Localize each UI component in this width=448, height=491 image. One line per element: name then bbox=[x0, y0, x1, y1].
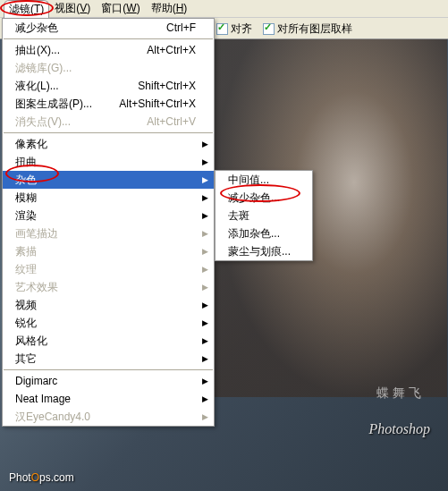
menu-filter[interactable]: 滤镜(T) bbox=[4, 0, 49, 18]
chevron-right-icon: ▶ bbox=[202, 336, 208, 345]
menu-item-last-filter[interactable]: 减少杂色Ctrl+F bbox=[3, 19, 214, 37]
chevron-right-icon: ▶ bbox=[202, 247, 208, 256]
menu-help[interactable]: 帮助(H) bbox=[146, 0, 193, 18]
chevron-right-icon: ▶ bbox=[202, 140, 208, 148]
chevron-right-icon: ▶ bbox=[202, 229, 208, 238]
filter-menu-dropdown: 减少杂色Ctrl+F 抽出(X)...Alt+Ctrl+X 滤镜库(G)... … bbox=[2, 18, 215, 427]
submenu-item-dust-scratches[interactable]: 蒙尘与划痕... bbox=[216, 242, 312, 260]
chevron-right-icon: ▶ bbox=[202, 394, 208, 403]
chevron-right-icon: ▶ bbox=[202, 412, 208, 421]
checkbox-icon bbox=[216, 23, 228, 35]
submenu-item-median[interactable]: 中间值... bbox=[216, 171, 312, 189]
chevron-right-icon: ▶ bbox=[202, 301, 208, 309]
menu-separator bbox=[4, 38, 213, 39]
menu-item-sharpen[interactable]: 锐化▶ bbox=[3, 314, 214, 332]
menu-item-brush-strokes: 画笔描边▶ bbox=[3, 224, 214, 242]
watermark-text: Photoshop bbox=[369, 421, 430, 437]
menu-item-stylize[interactable]: 风格化▶ bbox=[3, 332, 214, 350]
menu-item-vanishing-point: 消失点(V)...Alt+Ctrl+V bbox=[3, 113, 214, 131]
checkbox-icon bbox=[263, 23, 275, 35]
menu-item-blur[interactable]: 模糊▶ bbox=[3, 189, 214, 207]
menu-item-distort[interactable]: 扭曲▶ bbox=[3, 153, 214, 171]
submenu-item-add-noise[interactable]: 添加杂色... bbox=[216, 224, 312, 242]
chevron-right-icon: ▶ bbox=[202, 157, 208, 166]
checkbox-sample-all[interactable]: 对所有图层取样 bbox=[263, 21, 352, 37]
menu-item-video[interactable]: 视频▶ bbox=[3, 296, 214, 314]
chevron-right-icon: ▶ bbox=[202, 354, 208, 363]
chevron-right-icon: ▶ bbox=[202, 318, 208, 327]
menu-item-digimarc[interactable]: Digimarc▶ bbox=[3, 372, 214, 390]
chevron-right-icon: ▶ bbox=[202, 193, 208, 202]
menu-item-render[interactable]: 渲染▶ bbox=[3, 207, 214, 224]
menu-view[interactable]: 视图(V) bbox=[49, 0, 96, 18]
menu-separator bbox=[4, 132, 213, 133]
watermark-text: 蝶 舞 飞 bbox=[376, 385, 421, 402]
menu-item-sketch: 素描▶ bbox=[3, 242, 214, 260]
menubar: 滤镜(T) 视图(V) 窗口(W) 帮助(H) bbox=[0, 0, 448, 18]
menu-item-noise[interactable]: 杂色▶ bbox=[3, 171, 214, 189]
submenu-item-reduce-noise[interactable]: 减少杂色... bbox=[216, 189, 312, 207]
menu-item-neat-image[interactable]: Neat Image▶ bbox=[3, 390, 214, 408]
menu-item-liquify[interactable]: 液化(L)...Shift+Ctrl+X bbox=[3, 77, 214, 95]
chevron-right-icon: ▶ bbox=[202, 265, 208, 274]
checkbox-align[interactable]: 对齐 bbox=[216, 21, 252, 37]
menu-item-eyecandy: 汉EyeCandy4.0▶ bbox=[3, 408, 214, 426]
chevron-right-icon: ▶ bbox=[202, 283, 208, 292]
menu-item-texture: 纹理▶ bbox=[3, 260, 214, 278]
chevron-right-icon: ▶ bbox=[202, 175, 208, 184]
menu-item-pattern-maker[interactable]: 图案生成器(P)...Alt+Shift+Ctrl+X bbox=[3, 95, 214, 113]
submenu-item-despeckle[interactable]: 去斑 bbox=[216, 207, 312, 224]
menu-item-extract[interactable]: 抽出(X)...Alt+Ctrl+X bbox=[3, 41, 214, 59]
menu-item-filter-gallery: 滤镜库(G)... bbox=[3, 59, 214, 77]
chevron-right-icon: ▶ bbox=[202, 211, 208, 220]
watermark-site: PhotOps.com bbox=[9, 470, 74, 484]
menu-separator bbox=[4, 369, 213, 370]
menu-window[interactable]: 窗口(W) bbox=[96, 0, 145, 18]
menu-item-artistic: 艺术效果▶ bbox=[3, 278, 214, 296]
noise-submenu: 中间值... 减少杂色... 去斑 添加杂色... 蒙尘与划痕... bbox=[215, 170, 313, 261]
menu-item-other[interactable]: 其它▶ bbox=[3, 350, 214, 368]
menu-item-pixelate[interactable]: 像素化▶ bbox=[3, 135, 214, 153]
chevron-right-icon: ▶ bbox=[202, 377, 208, 385]
